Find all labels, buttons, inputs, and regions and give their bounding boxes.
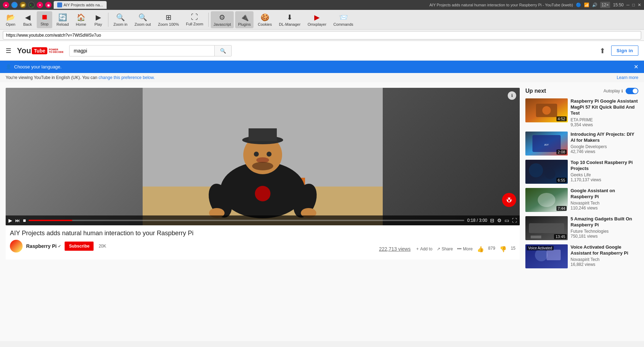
autoplay-toggle[interactable] [626,88,638,94]
fullscreen-btn[interactable]: ⛶ [512,218,517,223]
omxplayer-button[interactable]: ▶ Omxplayer [305,11,329,28]
svg-point-22 [542,106,551,115]
video-player[interactable]: ℹ ▶ ⏭ ■ 0:18 / 3:0 [6,88,520,225]
video-thumbnail-3: 7:44 [525,188,568,212]
logo-power: POWER [49,48,64,51]
open-button[interactable]: 📂 Open [3,11,18,28]
svg-point-9 [267,152,272,157]
video-list: 4:52 Raspberry Pi Google Assistant MagPi… [525,98,638,268]
javascript-button[interactable]: ⚙ Javascript [211,11,234,28]
url-input[interactable] [3,31,641,39]
video-section: ℹ ▶ ⏭ ■ 0:18 / 3:0 [6,88,520,335]
video-duration-0: 4:52 [556,116,567,121]
more-btn[interactable]: ••• More [457,246,473,252]
share-btn[interactable]: ↗ Share [437,246,453,252]
video-controls: ▶ ⏭ ■ 0:18 / 3:00 ⊟ ⚙ ▭ ⛶ [6,215,520,225]
main-content: ℹ ▶ ⏭ ■ 0:18 / 3:0 [0,82,644,341]
autoplay-info-icon: ℹ [621,89,623,93]
signin-button[interactable]: Sign in [611,45,638,56]
minimize-btn[interactable]: ─ [626,2,630,7]
search-input[interactable] [70,45,214,56]
svg-point-8 [254,152,259,157]
thumbs-up-icon[interactable]: 👍 [477,246,484,252]
video-title: AIY Projects adds natural human interact… [10,230,515,237]
svg-text:AIY: AIY [544,143,549,146]
zoom-100-button[interactable]: ⊞ Zoom 100% [155,11,181,28]
video-card-1[interactable]: AIY 2:08 Introducing AIY Projects: DIY A… [525,132,638,156]
video-card-title-4: 5 Amazing Gadgets Built On Raspberry Pi [571,216,638,228]
wifi-icon: 📶 [584,2,589,7]
language-banner-sub: You're viewing YouTube in English (UK). … [0,73,644,82]
video-card-0[interactable]: 4:52 Raspberry Pi Google Assistant MagPi… [525,98,638,127]
play-button[interactable]: ▶ Play [90,11,106,28]
progress-bar[interactable] [29,220,464,221]
reload-button[interactable]: 🔄 Reload [54,11,72,28]
next-btn[interactable]: ⏭ [15,218,20,223]
volume-icon: 🔊 [592,2,597,7]
theater-btn[interactable]: ▭ [505,218,509,223]
stop-button[interactable]: ⏹ Stop [37,11,52,28]
zoom-out-button[interactable]: 🔍 Zoom out [132,11,154,28]
search-button[interactable]: 🔍 [214,45,231,56]
javascript-icon: ⚙ [219,13,225,22]
video-thumbnail-0: 4:52 [525,98,568,122]
captions-btn[interactable]: ⊟ [490,218,494,223]
svg-point-17 [507,198,508,200]
video-card-views-3: 110,246 views [571,206,638,211]
youtube-logo: You Tube POWER TO DECODE [17,46,64,55]
video-right-controls: ⊟ ⚙ ▭ ⛶ [490,218,517,223]
language-learn-more[interactable]: Learn more [617,75,638,80]
language-change-link[interactable]: change this preference below. [99,75,155,80]
svg-point-28 [545,169,555,179]
channel-name[interactable]: Raspberry Pi [26,243,56,249]
video-card-5[interactable]: Voice Activated Voice Activated Google A… [525,244,638,268]
video-thumbnail-5: Voice Activated [525,244,568,268]
video-info-icon[interactable]: ℹ [508,91,516,100]
video-card-channel-1: Google Developers [571,144,638,149]
video-card-views-1: 42,746 views [571,149,638,154]
back-icon: ◀ [25,13,30,22]
play-pause-btn[interactable]: ▶ [8,218,12,223]
home-button[interactable]: 🏠 Home [73,11,89,28]
view-count: 222,713 views [379,246,411,252]
add-to-btn[interactable]: + Add to [416,246,433,252]
language-banner-close[interactable]: ✕ [634,63,638,70]
video-card-channel-4: Future Technologies [571,229,638,234]
menu-icon[interactable]: ☰ [6,47,11,55]
reload-icon: 🔄 [58,13,67,22]
svg-rect-36 [547,250,561,260]
commands-button[interactable]: 📨 Commands [330,11,356,28]
logo-you: You [17,46,31,55]
video-card-3[interactable]: 7:44 Google Assistant on Raspberry Pi No… [525,188,638,212]
cookies-icon: 🍪 [261,13,269,22]
video-frame [6,88,520,225]
cookies-button[interactable]: 🍪 Cookies [255,11,275,28]
video-card-title-2: Top 10 Coolest Raspberry Pi Projects [571,160,638,172]
back-button[interactable]: ◀ Back [20,11,35,28]
active-tab[interactable]: AIY Projects adds na... [54,1,107,9]
video-card-title-1: Introducing AIY Projects: DIY AI for Mak… [571,132,638,144]
dislike-count: 15 [511,246,515,252]
subscribe-button[interactable]: Subscribe [65,242,94,251]
raspberry-pi-watermark-icon [505,197,513,203]
plugins-button[interactable]: 🔌 Plugins [235,11,254,28]
zoom-in-button[interactable]: 🔍 Zoom in [111,11,130,28]
svg-point-35 [535,249,548,261]
video-card-views-0: 9,354 views [571,122,638,127]
zoom-level: 12× [600,2,610,8]
video-card-2[interactable]: 6:55 Top 10 Coolest Raspberry Pi Project… [525,160,638,184]
stop-video-btn[interactable]: ■ [23,218,26,223]
video-card-4[interactable]: 13:45 5 Amazing Gadgets Built On Raspber… [525,216,638,240]
upload-icon[interactable]: ⬆ [600,47,606,55]
settings-btn[interactable]: ⚙ [497,218,502,223]
full-zoom-button[interactable]: ⛶ Full Zoom [183,11,206,28]
titlebar: ● 🌐 📁 >_ ✦ ◉ AIY Projects adds na... AIY… [0,0,644,10]
open-icon: 📂 [6,13,15,22]
dlmanager-button[interactable]: ⬇ DL-Manager [276,11,303,28]
video-card-info-3: Google Assistant on Raspberry Pi Novaspi… [571,188,638,212]
zoom-in-icon: 🔍 [116,13,125,22]
thumbs-down-icon[interactable]: 👎 [500,246,507,252]
maximize-btn[interactable]: □ [632,2,635,7]
close-btn[interactable]: ✕ [638,2,641,7]
channel-avatar[interactable] [10,240,23,252]
